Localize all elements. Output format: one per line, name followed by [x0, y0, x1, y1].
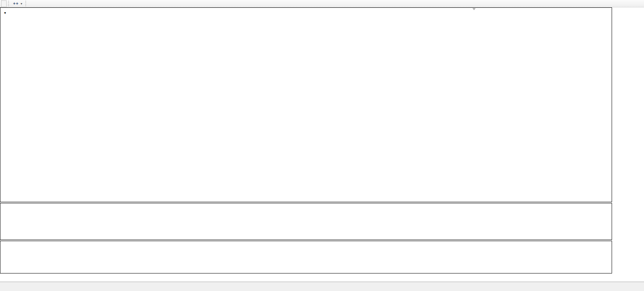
macd-chart[interactable] [0, 241, 612, 273]
candlestick-chart[interactable] [0, 8, 612, 202]
mt4-window: ✦✦ ▼ ▼ [0, 0, 644, 291]
macd-axis [612, 241, 644, 273]
toolbar-grip [25, 1, 27, 6]
rsi-panel[interactable] [0, 203, 612, 240]
macd-panel[interactable] [0, 241, 612, 273]
rsi-axis [612, 203, 644, 240]
chart-tab-bar [0, 282, 644, 291]
time-axis [0, 273, 644, 282]
chart-shift-marker[interactable] [472, 8, 476, 10]
text-tool-button[interactable] [1, 0, 7, 7]
top-toolbar: ✦✦ ▼ [0, 0, 644, 7]
price-axis [612, 7, 644, 202]
chevron-down-icon[interactable]: ▼ [19, 2, 24, 5]
main-chart-panel[interactable]: ▼ [0, 7, 612, 202]
toolbar-grip [8, 1, 10, 6]
collapse-triangle-icon[interactable]: ▼ [4, 11, 7, 15]
chart-title: ▼ [4, 10, 11, 16]
shapes-tool-icon[interactable]: ✦✦ [12, 1, 19, 6]
rsi-chart[interactable] [0, 203, 612, 240]
